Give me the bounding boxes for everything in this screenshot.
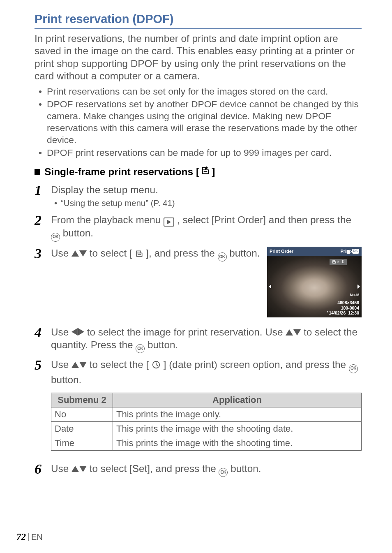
step-4: 4 Use to select the image for print rese… bbox=[35, 326, 362, 354]
up-down-arrow-icon bbox=[71, 250, 87, 257]
ok-button-icon: OK bbox=[51, 233, 60, 242]
lcd-badge-n: 0 bbox=[342, 259, 344, 265]
up-down-arrow-icon bbox=[286, 329, 301, 336]
subsection-suffix: ] bbox=[212, 166, 215, 178]
ok-button-icon: OK bbox=[218, 252, 227, 261]
table-cell: No bbox=[51, 407, 113, 421]
lcd-badge-x: × bbox=[337, 259, 339, 265]
step-number: 1 bbox=[35, 183, 45, 197]
ok-button-icon: OK bbox=[136, 344, 145, 353]
step-number: 6 bbox=[35, 462, 45, 476]
step-3: 3 Use to select [ ], and press the OK bu… bbox=[35, 247, 362, 317]
ok-button-icon: OK bbox=[349, 364, 358, 373]
table-row: No This prints the image only. bbox=[51, 407, 362, 421]
step-text-part: to select the [ bbox=[90, 359, 149, 370]
step-text-part: button. bbox=[63, 227, 93, 238]
step-number: 3 bbox=[35, 247, 45, 261]
intro-text: In print reservations, the number of pri… bbox=[35, 32, 362, 82]
step-text-part: button. bbox=[231, 463, 261, 474]
playback-icon bbox=[164, 217, 174, 227]
step-5: 5 Use to select the [ ] (date print) scr… bbox=[35, 358, 362, 386]
step-text-part: ] (date print) screen option, and press … bbox=[164, 359, 349, 370]
step-text-part: button. bbox=[148, 339, 178, 350]
lcd-time: 12:30 bbox=[348, 310, 359, 315]
clock-icon bbox=[152, 360, 161, 369]
step-text-part: to select [Set], and press the bbox=[90, 463, 219, 474]
step-text-part: From the playback menu bbox=[51, 214, 164, 225]
lcd-counter: 4/30 bbox=[351, 249, 359, 255]
table-row: Date This prints the image with the shoo… bbox=[51, 421, 362, 436]
table-cell: This prints the image with the shooting … bbox=[113, 436, 362, 450]
step-text-part: Use bbox=[51, 326, 71, 338]
print-order-icon bbox=[201, 166, 210, 178]
step-2: 2 From the playback menu , select [Print… bbox=[35, 213, 362, 241]
up-down-arrow-icon bbox=[71, 466, 87, 472]
lcd-date: ’ 14/02/26 bbox=[327, 310, 346, 315]
table-header: Application bbox=[113, 393, 362, 407]
notes-list: Print reservations can be set only for t… bbox=[35, 86, 362, 159]
table-cell: This prints the image with the shooting … bbox=[113, 421, 362, 436]
date-print-options-table: Submenu 2 Application No This prints the… bbox=[51, 393, 362, 451]
ok-button-icon: OK bbox=[219, 468, 228, 477]
substep-text: “Using the setup menu” (P. 41) bbox=[53, 198, 362, 208]
table-cell: This prints the image only. bbox=[113, 407, 362, 421]
step-text-part: Use bbox=[51, 463, 71, 474]
step-number: 5 bbox=[35, 358, 45, 372]
language-code: EN bbox=[31, 532, 43, 542]
lcd-right-arrow-icon bbox=[357, 285, 360, 289]
page-footer: 72 EN bbox=[16, 532, 43, 542]
step-text-part: Use bbox=[51, 359, 71, 370]
note-item: Print reservations can be set only for t… bbox=[38, 86, 362, 97]
lcd-print-count-badge: × 0 bbox=[330, 259, 347, 265]
table-header: Submenu 2 bbox=[51, 393, 113, 407]
steps-list: 1 Display the setup menu. “Using the set… bbox=[35, 183, 362, 386]
section-heading: Print reservation (DPOF) bbox=[35, 12, 362, 29]
lcd-resolution: 4608×3456 bbox=[327, 300, 359, 305]
step-1: 1 Display the setup menu. “Using the set… bbox=[35, 183, 362, 208]
left-right-arrow-icon bbox=[71, 328, 84, 336]
step-text-part: to select [ bbox=[90, 248, 132, 259]
note-item: DPOF reservations set by another DPOF de… bbox=[38, 98, 362, 146]
table-row: Time This prints the image with the shoo… bbox=[51, 436, 362, 450]
step-text-part: button. bbox=[51, 374, 81, 385]
step-number: 4 bbox=[35, 326, 45, 340]
step-text-part: Use bbox=[51, 248, 71, 259]
camera-lcd-preview: Print Order Print OK × 0 4/30 bbox=[267, 247, 362, 317]
step-text-part: button. bbox=[229, 248, 260, 259]
print-order-icon bbox=[135, 248, 143, 261]
subsection-prefix: Single-frame print reservations [ bbox=[44, 166, 199, 178]
step-text-part: to select the image for print reservatio… bbox=[87, 326, 286, 338]
page-number: 72 bbox=[16, 532, 26, 542]
memory-card-icon bbox=[346, 250, 350, 254]
step-text-part: , select [Print Order] and then press th… bbox=[177, 214, 351, 225]
step-text-part: ], and press the bbox=[146, 248, 217, 259]
subsection-heading: Single-frame print reservations [ ] bbox=[35, 166, 362, 178]
footer-separator bbox=[28, 533, 29, 541]
step-number: 2 bbox=[35, 213, 45, 227]
step-text: Display the setup menu. bbox=[51, 183, 362, 196]
lcd-left-arrow-icon bbox=[269, 285, 271, 289]
note-item: DPOF print reservations can be made for … bbox=[38, 147, 362, 159]
table-cell: Date bbox=[51, 421, 113, 436]
up-down-arrow-icon bbox=[71, 362, 87, 368]
lcd-file-number: 100-0004 bbox=[327, 305, 359, 311]
table-cell: Time bbox=[51, 436, 113, 450]
step-6: 6 Use to select [Set], and press the OK … bbox=[35, 462, 362, 477]
lcd-quality-icon: NORM bbox=[350, 293, 360, 298]
square-bullet-icon bbox=[35, 169, 40, 175]
lcd-title: Print Order bbox=[270, 248, 293, 254]
